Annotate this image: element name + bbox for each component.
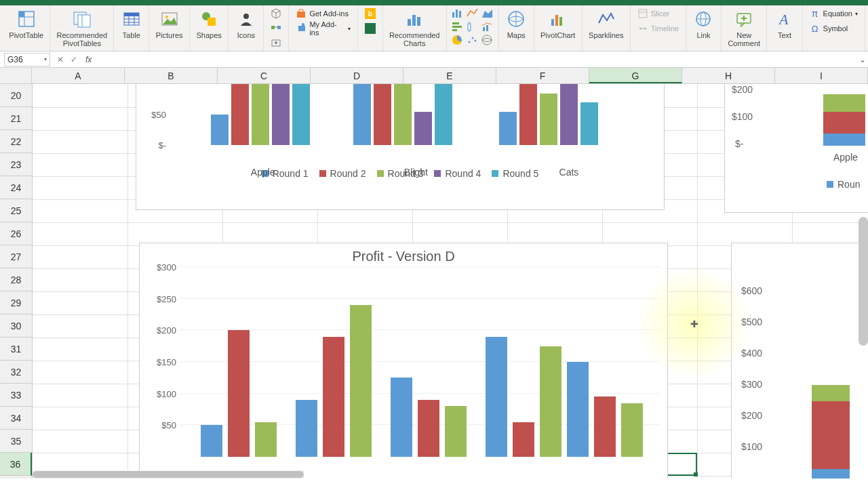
- row-header[interactable]: 35: [0, 430, 32, 453]
- column-header[interactable]: D: [311, 68, 403, 83]
- column-header[interactable]: H: [682, 68, 775, 83]
- formula-input[interactable]: [96, 53, 857, 66]
- chart-object-top[interactable]: $50$- Apple Blight Cats Round 1 Round 2 …: [136, 84, 665, 210]
- text-icon: A: [774, 8, 795, 30]
- sparklines-icon: [595, 8, 617, 30]
- column-chart-button[interactable]: [451, 7, 465, 19]
- row-header[interactable]: 36: [0, 453, 32, 476]
- row-header[interactable]: 31: [0, 338, 32, 361]
- column-header[interactable]: G: [589, 68, 682, 83]
- text-button[interactable]: A Text: [771, 7, 798, 41]
- chart-object-profit-d[interactable]: Profit - Version D $50$100$150$200$250$3…: [139, 243, 668, 479]
- link-button[interactable]: Link: [690, 7, 717, 41]
- addins-icon: [296, 23, 307, 34]
- chart-title: Profit - Version D: [140, 243, 667, 267]
- row-header[interactable]: 33: [0, 384, 32, 407]
- row-header[interactable]: 32: [0, 361, 32, 384]
- symbol-button[interactable]: ΩSymbol: [807, 22, 861, 35]
- row-header[interactable]: 29: [0, 291, 32, 314]
- svg-rect-25: [412, 15, 416, 26]
- area-chart-button[interactable]: [481, 7, 494, 19]
- row-header[interactable]: 24: [0, 176, 32, 199]
- row-header[interactable]: 27: [0, 245, 32, 268]
- row-header[interactable]: 22: [0, 130, 32, 153]
- people-graph-button[interactable]: [362, 22, 378, 35]
- worksheet-grid[interactable]: ABCDEFGHI 202122232425262728293031323334…: [0, 68, 868, 479]
- slicer-button[interactable]: Slicer: [635, 7, 682, 20]
- bing-maps-button[interactable]: b: [362, 7, 378, 20]
- icons-button[interactable]: Icons: [233, 7, 260, 41]
- pie-chart-button[interactable]: [451, 34, 465, 46]
- column-header[interactable]: E: [403, 68, 496, 83]
- pivotchart-button[interactable]: PivotChart: [538, 7, 578, 41]
- fx-icon[interactable]: fx: [85, 55, 92, 64]
- cancel-formula-button[interactable]: ✕: [54, 54, 66, 66]
- row-header[interactable]: 28: [0, 268, 32, 291]
- get-addins-button[interactable]: Get Add-ins: [293, 7, 353, 20]
- bing-icon: b: [365, 8, 376, 19]
- sparklines-button[interactable]: Sparklines: [586, 7, 626, 41]
- chart-object-right-bottom[interactable]: $600 $500 $400 $300 $200 $100: [731, 243, 868, 479]
- horizontal-scrollbar[interactable]: [33, 470, 304, 479]
- svg-point-40: [471, 37, 473, 39]
- svg-text:A: A: [778, 11, 789, 28]
- column-header[interactable]: I: [775, 68, 868, 83]
- shapes-button[interactable]: Shapes: [194, 7, 224, 41]
- chevron-down-icon: ▾: [44, 56, 47, 62]
- expand-formula-bar-button[interactable]: ⌄: [857, 55, 868, 64]
- pivottable-icon: [16, 8, 37, 30]
- enter-formula-button[interactable]: ✓: [68, 54, 80, 66]
- line-chart-button[interactable]: [466, 7, 479, 19]
- recommended-charts-button[interactable]: Recommended Charts: [387, 7, 443, 49]
- screenshot-button[interactable]: [268, 37, 284, 50]
- row-header[interactable]: 34: [0, 407, 32, 430]
- svg-point-14: [165, 16, 168, 18]
- row-header[interactable]: 25: [0, 199, 32, 222]
- new-comment-button[interactable]: New Comment: [725, 7, 763, 49]
- row-headers: 2021222324252627282930313233343536: [0, 84, 33, 479]
- timeline-button[interactable]: Timeline: [635, 22, 682, 35]
- 3d-models-button[interactable]: [268, 7, 284, 20]
- column-header[interactable]: A: [32, 68, 125, 83]
- comment-icon: [733, 8, 755, 30]
- svg-rect-18: [271, 26, 275, 29]
- my-addins-button[interactable]: My Add-ins▾: [293, 22, 353, 35]
- chart-legend: Round 1 Round 2 Round 3 Round 4 Round 5: [136, 164, 664, 183]
- svg-rect-37: [486, 25, 488, 31]
- column-header[interactable]: F: [496, 68, 589, 83]
- equation-icon: π: [810, 8, 821, 19]
- svg-point-42: [482, 35, 492, 45]
- svg-rect-27: [452, 12, 454, 18]
- maps-button[interactable]: Maps: [502, 7, 530, 41]
- svg-rect-19: [277, 26, 281, 29]
- bar-chart-button[interactable]: [451, 20, 465, 33]
- equation-button[interactable]: πEquation▾: [807, 7, 861, 20]
- svg-rect-1: [19, 12, 24, 17]
- table-button[interactable]: Table: [118, 7, 145, 41]
- column-header[interactable]: B: [125, 68, 218, 83]
- row-header[interactable]: 30: [0, 314, 32, 338]
- chart-object-right-top[interactable]: $200 $100 $- Apple Roun: [724, 84, 868, 213]
- stat-chart-button[interactable]: [466, 20, 479, 33]
- select-all-corner[interactable]: [0, 68, 32, 83]
- surface-chart-button[interactable]: [481, 34, 494, 46]
- svg-point-41: [474, 40, 476, 42]
- combo-chart-button[interactable]: [481, 20, 494, 33]
- pictures-button[interactable]: Pictures: [153, 7, 186, 41]
- svg-rect-8: [124, 13, 139, 16]
- pivottable-button[interactable]: PivotTable: [6, 7, 46, 41]
- scatter-chart-button[interactable]: [466, 34, 479, 46]
- row-header[interactable]: 23: [0, 153, 32, 176]
- link-icon: [692, 8, 714, 30]
- column-header[interactable]: C: [218, 68, 311, 83]
- vertical-scrollbar[interactable]: [859, 217, 868, 346]
- recommended-pivottables-button[interactable]: Recommended PivotTables: [54, 7, 111, 49]
- svg-rect-23: [297, 12, 305, 18]
- row-header[interactable]: 26: [0, 222, 32, 245]
- row-header[interactable]: 21: [0, 107, 32, 130]
- name-box[interactable]: G36 ▾: [4, 53, 50, 66]
- svg-point-22: [275, 41, 277, 44]
- people-icon: [365, 23, 376, 34]
- smartart-button[interactable]: [268, 22, 284, 35]
- row-header[interactable]: 20: [0, 84, 32, 107]
